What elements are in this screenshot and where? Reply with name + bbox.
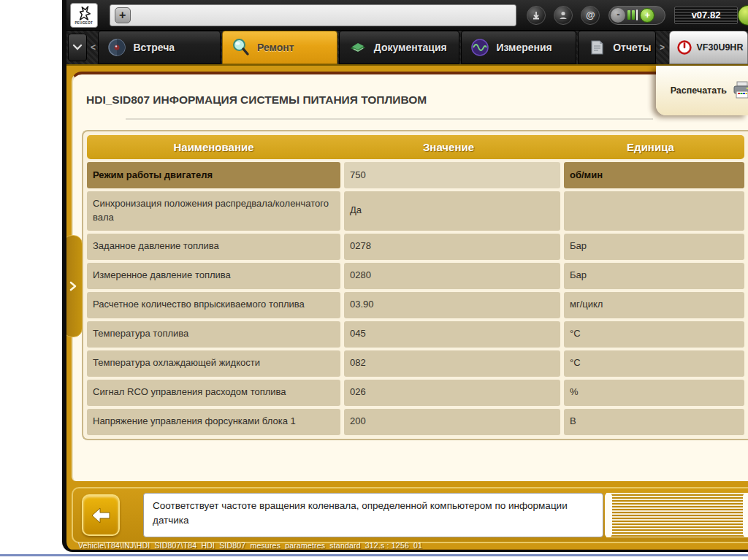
user-button[interactable] <box>554 6 573 25</box>
back-button[interactable] <box>82 494 120 536</box>
printer-icon <box>731 80 748 101</box>
version-badge: v07.82 <box>674 7 738 24</box>
unit-cell[interactable] <box>564 191 744 231</box>
name-cell[interactable]: Температура охлаждающей жидкости <box>87 350 340 377</box>
table-row[interactable]: Заданное давление топлива 0278 Бар <box>87 234 744 260</box>
tab-meeting[interactable]: Встреча <box>98 31 221 64</box>
logo-label: PEUGEOT <box>75 21 93 25</box>
chevron-right-icon <box>69 281 77 291</box>
assistance-icon[interactable] <box>738 5 748 26</box>
side-panel-expander[interactable] <box>63 235 83 337</box>
name-cell[interactable]: Температура топлива <box>87 321 340 348</box>
name-cell[interactable]: Синхронизация положения распредвала/коле… <box>87 191 340 231</box>
tab-scroll-right[interactable]: > <box>657 31 668 64</box>
parameter-description: Соответствует частоте вращения коленвала… <box>143 493 603 537</box>
table-body: Режим работы двигателя 750 об/мин Синхро… <box>87 162 744 435</box>
name-cell[interactable]: Измеренное давление топлива <box>87 263 340 289</box>
main-tab-bar: < Встреча Ремонт Документация <box>66 30 748 64</box>
download-button[interactable] <box>527 6 546 25</box>
tab-label: Отчеты <box>613 42 651 53</box>
chevron-down-icon <box>72 44 83 51</box>
collapse-tabs-button[interactable] <box>68 34 87 61</box>
page-title: HDI_SID807 ИНФОРМАЦИЯ СИСТЕМЫ ПИТАНИЯ ТО… <box>86 93 748 107</box>
name-cell[interactable]: Сигнал RCO управления расходом топлива <box>87 380 340 406</box>
zoom-in-button[interactable]: + <box>640 8 654 23</box>
value-cell[interactable]: 750 <box>344 162 560 188</box>
table-row[interactable]: Температура охлаждающей жидкости 082 °C <box>87 350 744 377</box>
email-button[interactable]: @ <box>581 6 600 25</box>
value-cell[interactable]: Да <box>344 191 560 231</box>
title-divider <box>126 118 653 120</box>
meeting-icon <box>107 38 126 57</box>
value-cell[interactable]: 082 <box>344 350 560 377</box>
value-cell[interactable]: 045 <box>344 321 560 348</box>
slider-bars <box>627 9 638 20</box>
tab-repair[interactable]: Ремонт <box>222 31 337 64</box>
name-cell[interactable]: Напряжение управления форсунками блока 1 <box>87 409 340 435</box>
value-cell[interactable]: 03.90 <box>344 292 560 318</box>
tab-label: Документация <box>374 42 447 53</box>
table-row[interactable]: Расчетное количество впрыскиваемого топл… <box>87 292 744 318</box>
table-row[interactable]: Измеренное давление топлива 0280 Бар <box>87 263 744 289</box>
table-row[interactable]: Температура топлива 045 °C <box>87 321 744 348</box>
power-icon <box>677 40 692 55</box>
parameters-table: Наименование Значение Единица Режим рабо… <box>82 130 748 440</box>
table-row[interactable]: Сигнал RCO управления расходом топлива 0… <box>87 380 744 406</box>
name-cell[interactable]: Расчетное количество впрыскиваемого топл… <box>87 292 340 318</box>
print-button[interactable]: Распечатать <box>656 66 748 115</box>
book-icon <box>348 38 367 57</box>
at-icon: @ <box>586 9 595 20</box>
bottom-accent-line <box>0 554 748 556</box>
unit-cell[interactable]: В <box>564 409 744 435</box>
user-icon <box>558 10 568 20</box>
tab-reports[interactable]: Отчеты <box>578 31 656 64</box>
peugeot-logo: PEUGEOT <box>70 3 98 28</box>
column-header-unit: Единица <box>557 141 744 153</box>
toolbar-buttons: @ <box>527 6 600 25</box>
print-label: Распечатать <box>671 85 727 96</box>
zoom-slider[interactable]: - + <box>608 6 665 25</box>
unit-cell[interactable]: °C <box>564 321 744 348</box>
tab-label: Измерения <box>496 42 552 53</box>
name-cell[interactable]: Заданное давление топлива <box>87 234 340 260</box>
table-header-row: Наименование Значение Единица <box>87 135 744 159</box>
tab-measurements[interactable]: Измерения <box>461 31 576 64</box>
unit-cell[interactable]: °C <box>564 350 744 377</box>
add-button[interactable]: + <box>115 7 131 23</box>
unit-cell[interactable]: об/мин <box>564 162 744 188</box>
unit-cell[interactable]: мг/цикл <box>564 292 744 318</box>
decorative-stripes <box>606 493 748 537</box>
unit-cell[interactable]: Бар <box>564 263 744 289</box>
top-toolbar: PEUGEOT + @ - + <box>66 0 748 30</box>
column-header-name: Наименование <box>87 141 340 153</box>
tab-label: Встреча <box>133 42 175 53</box>
value-cell[interactable]: 026 <box>344 380 560 406</box>
window-bottom-edge <box>66 549 748 552</box>
value-cell[interactable]: 0280 <box>344 263 560 289</box>
report-icon <box>587 38 606 57</box>
back-arrow-icon <box>90 507 112 524</box>
waveform-icon <box>470 38 489 57</box>
vehicle-vin-label: VF30U9HR <box>697 42 744 53</box>
value-cell[interactable]: 200 <box>344 409 560 435</box>
diagnostic-app-window: PEUGEOT + @ - + <box>62 0 748 552</box>
parameters-panel: HDI_SID807 ИНФОРМАЦИЯ СИСТЕМЫ ПИТАНИЯ ТО… <box>72 72 748 481</box>
lion-icon <box>76 5 92 21</box>
unit-cell[interactable]: Бар <box>564 234 744 260</box>
download-icon <box>531 10 541 20</box>
content-area: Распечатать HDI_SID807 ИНФОРМАЦИЯ СИСТЕМ… <box>66 64 748 552</box>
value-cell[interactable]: 0278 <box>344 234 560 260</box>
table-row[interactable]: Синхронизация положения распредвала/коле… <box>87 191 744 231</box>
table-row[interactable]: Напряжение управления форсунками блока 1… <box>87 409 744 435</box>
magnifier-icon <box>232 38 251 57</box>
unit-cell[interactable]: % <box>564 380 744 406</box>
tab-label: Ремонт <box>257 42 294 53</box>
tab-vehicle-session[interactable]: VF30U9HR <box>669 31 748 64</box>
tab-documentation[interactable]: Документация <box>339 31 460 64</box>
name-cell[interactable]: Режим работы двигателя <box>87 162 340 188</box>
zoom-out-button[interactable]: - <box>611 8 625 23</box>
bottom-bar: Соответствует частоте вращения коленвала… <box>72 487 748 543</box>
address-bar[interactable]: + <box>110 4 517 26</box>
table-row[interactable]: Режим работы двигателя 750 об/мин <box>87 162 744 188</box>
tab-scroll-left[interactable]: < <box>88 31 99 64</box>
